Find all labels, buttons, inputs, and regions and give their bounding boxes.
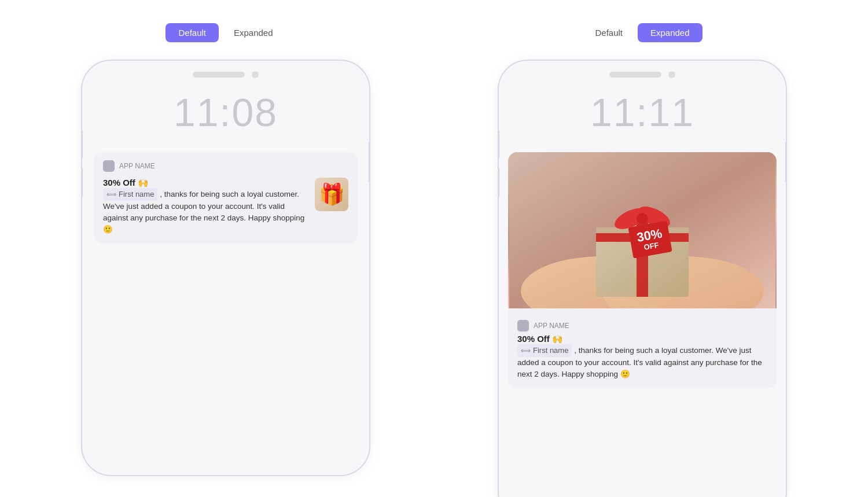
left-firstname-tag: ⟺ First name (103, 188, 157, 201)
left-phone-time: 11:08 (174, 90, 278, 135)
left-notif-text-block: 30% Off 🙌 ⟺ First name , thanks for bein… (103, 178, 309, 235)
left-gift-image (315, 178, 348, 211)
right-phone-camera (668, 71, 675, 78)
left-notif-card: APP NAME 30% Off 🙌 ⟺ First name , thanks… (94, 152, 358, 244)
left-firstname-label: First name (119, 189, 154, 200)
right-arrows-icon: ⟺ (521, 345, 531, 356)
right-tab-group: Default Expanded (582, 23, 702, 42)
left-notif-thumbnail (315, 178, 348, 211)
right-phone-content: 30% OFF APP NAME 30% Off 🙌 ⟺ (499, 152, 786, 497)
left-tab-default[interactable]: Default (165, 23, 219, 42)
right-side-btn-top (498, 130, 499, 159)
right-side-btn-right (785, 142, 787, 182)
right-notif-inner: APP NAME 30% Off 🙌 ⟺ First name , thanks… (508, 312, 777, 388)
right-notif-image: 30% OFF (508, 152, 777, 308)
left-phone-camera (252, 71, 259, 78)
right-tab-expanded[interactable]: Expanded (638, 23, 703, 42)
left-phone: 11:08 APP NAME 30% Off 🙌 ⟺ Fir (81, 60, 370, 476)
left-notif-title-row: 30% Off 🙌 ⟺ First name , thanks for bein… (103, 178, 348, 235)
page-container: Default Expanded 11:08 APP NAME (0, 12, 868, 497)
left-notif-title: 30% Off 🙌 (103, 178, 309, 188)
right-side-btn-mid (498, 168, 499, 197)
left-panel: Default Expanded 11:08 APP NAME (35, 23, 417, 476)
left-notif-app-name: APP NAME (119, 162, 155, 170)
right-notif-body: ⟺ First name , thanks for being such a l… (517, 344, 767, 380)
left-phone-top-bar (82, 61, 369, 78)
left-notif-body: ⟺ First name , thanks for being such a l… (103, 188, 309, 235)
right-phone: 11:11 (498, 60, 787, 497)
left-side-btn-top (81, 130, 83, 159)
right-firstname-label: First name (533, 345, 568, 356)
left-tab-group: Default Expanded (165, 23, 285, 42)
right-panel: Default Expanded 11:11 (451, 23, 833, 497)
right-notif-app-icon (517, 320, 529, 332)
right-firstname-tag: ⟺ First name (517, 344, 572, 357)
left-notif-app-icon (103, 160, 115, 172)
right-notif-title: 30% Off 🙌 (517, 334, 767, 344)
left-phone-speaker (193, 72, 245, 78)
right-phone-speaker (609, 72, 661, 78)
left-side-btn-right (369, 142, 370, 182)
left-phone-content: APP NAME 30% Off 🙌 ⟺ First name , thanks… (82, 152, 369, 475)
left-side-btn-mid (81, 168, 83, 197)
left-notif-header: APP NAME (103, 160, 348, 172)
right-notif-app-name: APP NAME (534, 322, 569, 330)
right-tab-default[interactable]: Default (582, 23, 635, 42)
svg-point-9 (637, 213, 648, 224)
left-tab-expanded[interactable]: Expanded (221, 23, 286, 42)
right-phone-top-bar (499, 61, 786, 78)
left-arrows-icon: ⟺ (106, 189, 116, 200)
right-phone-time: 11:11 (590, 90, 694, 135)
right-notif-header: APP NAME (517, 320, 767, 332)
right-notif-card: 30% OFF APP NAME 30% Off 🙌 ⟺ (508, 152, 777, 388)
